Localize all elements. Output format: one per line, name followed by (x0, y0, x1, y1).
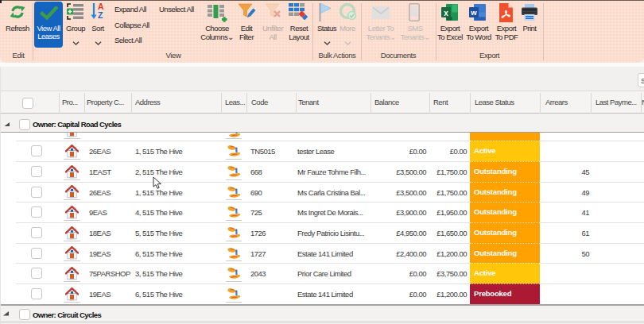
svg-text:x: x (444, 9, 448, 17)
svg-text:w: w (470, 8, 477, 17)
svg-text:Z: Z (98, 10, 103, 20)
